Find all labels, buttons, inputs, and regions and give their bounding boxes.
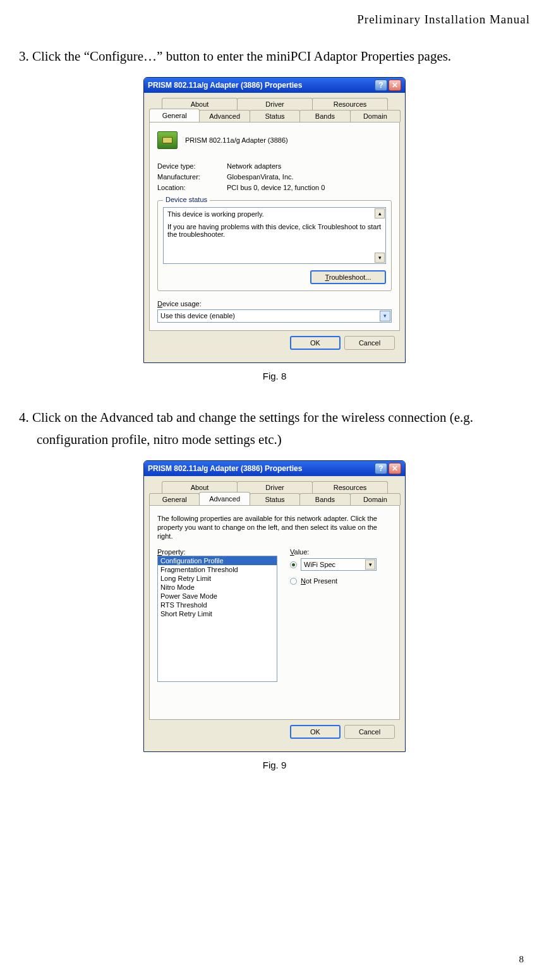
close-button[interactable]: ✕ bbox=[389, 463, 401, 474]
device-status-legend: Device status bbox=[163, 196, 210, 203]
window-title: PRISM 802.11a/g Adapter (3886) Propertie… bbox=[148, 81, 373, 90]
list-item[interactable]: Configuration Profile bbox=[158, 556, 277, 565]
titlebar[interactable]: PRISM 802.11a/g Adapter (3886) Propertie… bbox=[144, 78, 405, 93]
device-usage-label: Device usage: bbox=[157, 300, 392, 308]
list-item[interactable]: Long Retry Limit bbox=[158, 574, 277, 583]
help-button[interactable]: ? bbox=[375, 463, 387, 474]
titlebar[interactable]: PRISM 802.11a/g Adapter (3886) Propertie… bbox=[144, 461, 405, 476]
device-status-text[interactable]: This device is working properly. If you … bbox=[163, 207, 386, 264]
cancel-button[interactable]: Cancel bbox=[344, 725, 395, 739]
list-item[interactable]: Short Retry Limit bbox=[158, 609, 277, 618]
tab-resources[interactable]: Resources bbox=[312, 481, 388, 493]
tab-resources[interactable]: Resources bbox=[312, 98, 388, 110]
manufacturer-label: Manufacturer: bbox=[157, 173, 227, 181]
tab-general[interactable]: General bbox=[149, 109, 200, 122]
advanced-description: The following properties are available f… bbox=[157, 515, 392, 541]
step-4-num: 4. bbox=[19, 410, 29, 425]
ok-button[interactable]: OK bbox=[290, 725, 341, 739]
device-type-label: Device type: bbox=[157, 162, 227, 170]
list-item[interactable]: Nitro Mode bbox=[158, 583, 277, 592]
status-line-2: If you are having problems with this dev… bbox=[167, 223, 382, 238]
tab-driver[interactable]: Driver bbox=[237, 98, 313, 110]
value-not-present-radio[interactable]: Not Present bbox=[290, 577, 392, 585]
chevron-down-icon[interactable]: ▾ bbox=[365, 559, 375, 570]
radio-icon bbox=[290, 578, 297, 585]
radio-icon bbox=[290, 561, 297, 568]
device-usage-value: Use this device (enable) bbox=[160, 312, 235, 320]
manufacturer-value: GlobespanVirata, Inc. bbox=[227, 173, 294, 181]
status-line-1: This device is working properly. bbox=[167, 210, 382, 218]
chevron-down-icon[interactable]: ▾ bbox=[380, 311, 390, 321]
not-present-label: Not Present bbox=[301, 577, 337, 585]
device-name: PRISM 802.11a/g Adapter (3886) bbox=[185, 136, 288, 144]
device-type-value: Network adapters bbox=[227, 162, 281, 170]
device-status-group: Device status This device is working pro… bbox=[157, 200, 392, 291]
ok-button[interactable]: OK bbox=[290, 336, 341, 350]
value-present-radio[interactable]: WiFi Spec ▾ bbox=[290, 558, 392, 571]
window-title: PRISM 802.11a/g Adapter (3886) Propertie… bbox=[148, 464, 373, 473]
tab-general[interactable]: General bbox=[149, 493, 200, 505]
properties-dialog-advanced: PRISM 802.11a/g Adapter (3886) Propertie… bbox=[143, 460, 406, 752]
property-listbox[interactable]: Configuration Profile Fragmentation Thre… bbox=[157, 556, 277, 682]
scroll-up-icon[interactable]: ▴ bbox=[375, 208, 385, 218]
property-label: Property: bbox=[157, 548, 277, 556]
troubleshoot-button[interactable]: Troubleshoot... bbox=[310, 270, 386, 284]
step-4: 4. Click on the Advanced tab and change … bbox=[19, 407, 530, 451]
step-3-text: Click the “Configure…” button to enter t… bbox=[32, 49, 451, 64]
step-3: 3. Click the “Configure…” button to ente… bbox=[19, 45, 530, 68]
location-value: PCI bus 0, device 12, function 0 bbox=[227, 184, 325, 191]
value-label: Value: bbox=[290, 548, 392, 556]
list-item[interactable]: RTS Threshold bbox=[158, 601, 277, 609]
list-item[interactable]: Power Save Mode bbox=[158, 592, 277, 601]
help-button[interactable]: ? bbox=[375, 80, 387, 91]
tab-advanced[interactable]: Advanced bbox=[199, 492, 250, 505]
page-number: 8 bbox=[519, 954, 524, 965]
page-header: Preliminary Installation Manual bbox=[19, 13, 530, 27]
close-button[interactable]: ✕ bbox=[389, 80, 401, 91]
step-4-text: Click on the Advanced tab and change the… bbox=[32, 410, 473, 448]
tab-status[interactable]: Status bbox=[250, 493, 300, 505]
adapter-icon bbox=[157, 131, 178, 149]
tab-domain[interactable]: Domain bbox=[350, 493, 401, 505]
tab-about[interactable]: About bbox=[162, 98, 238, 110]
device-usage-select[interactable]: Use this device (enable) ▾ bbox=[157, 309, 392, 323]
list-item[interactable]: Fragmentation Threshold bbox=[158, 565, 277, 574]
tab-advanced[interactable]: Advanced bbox=[199, 110, 250, 122]
cancel-button[interactable]: Cancel bbox=[344, 336, 395, 350]
properties-dialog-general: PRISM 802.11a/g Adapter (3886) Propertie… bbox=[143, 77, 406, 363]
value-select[interactable]: WiFi Spec ▾ bbox=[301, 558, 377, 571]
value-text: WiFi Spec bbox=[304, 561, 335, 568]
tab-bands[interactable]: Bands bbox=[299, 110, 350, 122]
tab-domain[interactable]: Domain bbox=[350, 110, 401, 122]
tab-status[interactable]: Status bbox=[250, 110, 300, 122]
scroll-down-icon[interactable]: ▾ bbox=[375, 253, 385, 263]
troubleshoot-label: roubleshoot... bbox=[329, 273, 371, 281]
step-3-num: 3. bbox=[19, 49, 29, 64]
tab-bands[interactable]: Bands bbox=[299, 493, 350, 505]
fig-9-caption: Fig. 9 bbox=[19, 760, 530, 770]
location-label: Location: bbox=[157, 184, 227, 191]
fig-8-caption: Fig. 8 bbox=[19, 371, 530, 381]
